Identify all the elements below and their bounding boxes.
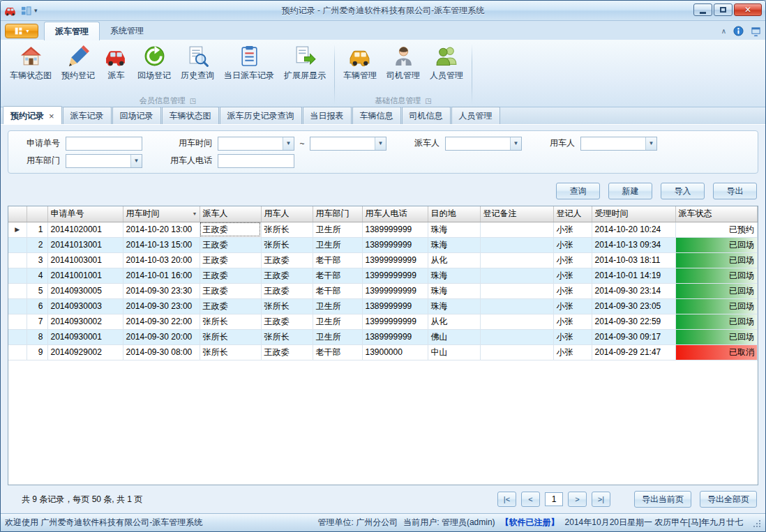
cell-destination[interactable]: 从化	[428, 314, 480, 329]
dropdown-icon[interactable]: ▼	[130, 155, 142, 167]
cell-registrar[interactable]: 小张	[553, 252, 592, 268]
resize-grip[interactable]	[751, 518, 761, 528]
column-header-1[interactable]: 用车时间▼	[123, 206, 200, 222]
first-page-button[interactable]: |<	[497, 492, 516, 507]
dropdown-icon[interactable]: ▼	[510, 137, 521, 150]
cell-accept_time[interactable]: 2014-10-20 10:24	[592, 222, 675, 237]
info-icon[interactable]	[733, 26, 744, 36]
table-row-8[interactable]: 8201409300012014-09-30 20:00张所长张所长卫生所138…	[8, 329, 758, 344]
cell-request_no[interactable]: 20140930003	[47, 298, 123, 314]
external-display-icon[interactable]	[751, 26, 761, 36]
dialog-launcher-icon[interactable]: ◳	[190, 97, 196, 105]
cell-status[interactable]: 已回场	[675, 298, 758, 314]
dropdown-icon[interactable]: ▼	[283, 137, 294, 150]
table-row-7[interactable]: 7201409300022014-09-30 22:00张所长王政委卫生所139…	[8, 314, 758, 329]
cell-request_no[interactable]: 20141020001	[47, 222, 123, 237]
maximize-button[interactable]	[714, 3, 733, 16]
cell-dept[interactable]: 老干部	[313, 252, 362, 268]
use-time-to-combo[interactable]: ▼	[310, 137, 386, 151]
close-button[interactable]: ✕	[734, 3, 762, 16]
cell-dispatcher[interactable]: 王政委	[200, 222, 261, 237]
cell-use_time[interactable]: 2014-09-30 23:00	[123, 298, 200, 314]
cell-registrar[interactable]: 小张	[553, 298, 592, 314]
ribbon-button-driver-manage[interactable]: 司机管理	[382, 43, 425, 83]
tab-close-icon[interactable]: ×	[49, 113, 54, 120]
cell-accept_time[interactable]: 2014-10-03 18:11	[592, 252, 675, 268]
ribbon-button-people-manage[interactable]: 人员管理	[425, 43, 468, 83]
export-button[interactable]: 导出	[713, 183, 757, 199]
new-button[interactable]: 新建	[608, 183, 652, 199]
ribbon-tab-system-management[interactable]: 系统管理	[100, 22, 154, 40]
cell-destination[interactable]: 珠海	[428, 283, 480, 298]
ribbon-button-dispatch-car[interactable]: 派车	[100, 43, 133, 83]
cell-phone[interactable]: 13900000	[362, 344, 428, 360]
cell-request_no[interactable]: 20141001001	[47, 268, 123, 283]
column-header-4[interactable]: 用车部门	[313, 206, 362, 222]
cell-accept_time[interactable]: 2014-09-30 23:05	[592, 298, 675, 314]
cell-accept_time[interactable]: 2014-09-30 22:59	[592, 314, 675, 329]
cell-destination[interactable]: 佛山	[428, 329, 480, 344]
cell-dept[interactable]: 卫生所	[313, 222, 362, 237]
cell-request_no[interactable]: 20140929002	[47, 344, 123, 360]
license-status-link[interactable]: 【软件已注册】	[501, 517, 560, 529]
document-tab-8[interactable]: 人员管理	[451, 107, 500, 124]
cell-user[interactable]: 张所长	[261, 329, 313, 344]
cell-remark[interactable]	[480, 298, 553, 314]
ribbon-tab-dispatch-management[interactable]: 派车管理	[44, 22, 100, 40]
cell-request_no[interactable]: 20140930001	[47, 329, 123, 344]
cell-phone[interactable]: 1389999999	[362, 329, 428, 344]
document-tab-0[interactable]: 预约记录×	[3, 106, 62, 124]
document-tab-3[interactable]: 车辆状态图	[162, 107, 219, 124]
request-no-input[interactable]	[66, 137, 142, 151]
table-row-5[interactable]: 5201409300052014-09-30 23:30王政委王政委老干部139…	[8, 283, 758, 298]
table-row-9[interactable]: 9201409290022014-09-30 08:00张所长王政委老干部139…	[8, 344, 758, 360]
cell-phone[interactable]: 13999999999	[362, 314, 428, 329]
cell-registrar[interactable]: 小张	[553, 268, 592, 283]
cell-phone[interactable]: 1389999999	[362, 222, 428, 237]
column-header-3[interactable]: 用车人	[261, 206, 313, 222]
table-row-1[interactable]: ▶1201410200012014-10-20 13:00王政委张所长卫生所13…	[8, 222, 758, 237]
cell-user[interactable]: 张所长	[261, 298, 313, 314]
dropdown-icon[interactable]: ▼	[375, 137, 386, 150]
cell-dispatcher[interactable]: 王政委	[200, 283, 261, 298]
cell-remark[interactable]	[480, 268, 553, 283]
cell-dispatcher[interactable]: 张所长	[200, 329, 261, 344]
cell-request_no[interactable]: 20140930005	[47, 283, 123, 298]
cell-registrar[interactable]: 小张	[553, 237, 592, 252]
ribbon-button-today-record[interactable]: 当日派车记录	[219, 43, 279, 83]
cell-user[interactable]: 王政委	[261, 314, 313, 329]
cell-accept_time[interactable]: 2014-10-01 14:19	[592, 268, 675, 283]
cell-status[interactable]: 已回场	[675, 283, 758, 298]
cell-use_time[interactable]: 2014-09-30 23:30	[123, 283, 200, 298]
column-header-6[interactable]: 目的地	[428, 206, 480, 222]
cell-remark[interactable]	[480, 283, 553, 298]
column-header-5[interactable]: 用车人电话	[362, 206, 428, 222]
cell-status[interactable]: 已回场	[675, 268, 758, 283]
cell-destination[interactable]: 珠海	[428, 237, 480, 252]
table-row-4[interactable]: 4201410010012014-10-01 16:00王政委王政委老干部139…	[8, 268, 758, 283]
cell-phone[interactable]: 13999999999	[362, 283, 428, 298]
minimize-button[interactable]	[693, 3, 712, 16]
cell-use_time[interactable]: 2014-10-01 16:00	[123, 268, 200, 283]
export-all-pages-button[interactable]: 导出全部页	[700, 491, 757, 508]
cell-phone[interactable]: 1389999999	[362, 298, 428, 314]
cell-status[interactable]: 已回场	[675, 314, 758, 329]
ribbon-collapse-icon[interactable]: ∧	[721, 27, 726, 35]
ribbon-button-return-register[interactable]: 回场登记	[133, 43, 176, 83]
cell-dept[interactable]: 老干部	[313, 344, 362, 360]
phone-input[interactable]	[218, 154, 294, 168]
ribbon-button-extend-screen[interactable]: 扩展屏显示	[279, 43, 331, 83]
cell-dispatcher[interactable]: 王政委	[200, 268, 261, 283]
cell-dept[interactable]: 卫生所	[313, 237, 362, 252]
application-menu-button[interactable]: ▾	[5, 24, 38, 38]
cell-user[interactable]: 王政委	[261, 344, 313, 360]
export-current-page-button[interactable]: 导出当前页	[634, 491, 691, 508]
dept-combo[interactable]: ▼	[66, 154, 142, 168]
cell-destination[interactable]: 从化	[428, 252, 480, 268]
cell-remark[interactable]	[480, 329, 553, 344]
column-header-0[interactable]: 申请单号	[47, 206, 123, 222]
cell-dept[interactable]: 老干部	[313, 283, 362, 298]
cell-status[interactable]: 已回场	[675, 252, 758, 268]
dispatcher-combo[interactable]: ▼	[445, 137, 522, 151]
cell-phone[interactable]: 1389999999	[362, 237, 428, 252]
